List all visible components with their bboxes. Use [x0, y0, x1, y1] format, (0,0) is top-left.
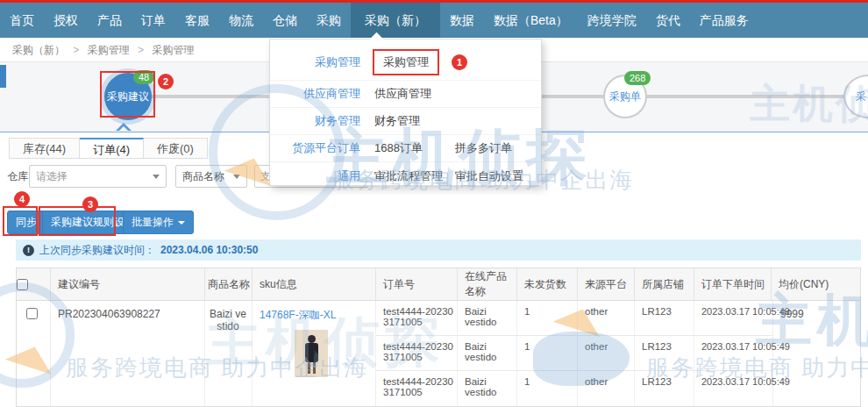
- annotation-2: 2: [158, 74, 174, 89]
- header-platform: 来源平台: [578, 268, 635, 300]
- nav-item-warehouse[interactable]: 仓储: [263, 3, 307, 38]
- menu-row-general: 通用 审批流程管理 审批自动设置: [270, 162, 541, 189]
- cell-order-no: test4444-202303171005: [376, 336, 458, 370]
- sync-button[interactable]: 同步: [7, 211, 46, 234]
- tab-stock[interactable]: 库存(44): [9, 138, 80, 159]
- sub-order-row: test4444-202303171005 Baizi vestido 1 ot…: [376, 336, 772, 371]
- menu-item-1688-orders[interactable]: 1688订单: [374, 140, 423, 156]
- menu-row-finance: 财务管理 财务管理: [270, 108, 541, 135]
- breadcrumb-separator: >: [73, 44, 79, 56]
- nav-item-freight[interactable]: 货代: [646, 3, 690, 38]
- cell-online-product: Baizi vestido: [458, 336, 517, 370]
- active-step-caret-inner: [118, 126, 129, 132]
- cell-online-product: Baizi vestido: [458, 301, 517, 335]
- header-online-product: 在线产品名称: [458, 268, 517, 300]
- nav-item-auth[interactable]: 授权: [44, 3, 88, 38]
- cell-sku-info: 14768F-深咖-XL: [253, 301, 376, 406]
- sub-order-rows: test4444-202303171005 Baizi vestido 1 ot…: [376, 301, 773, 406]
- suggestions-table: 建议编号 商品名称 sku信息 订单号 在线产品名称 未发货数 来源平台 所属店…: [16, 268, 861, 407]
- menu-category-purchase: 采购管理: [270, 54, 360, 70]
- header-avg-price: 均价(CNY): [772, 268, 860, 300]
- select-all-checkbox[interactable]: [17, 279, 28, 290]
- cell-order-no: test4444-202303171005: [376, 371, 458, 406]
- breadcrumb-purchase-mgmt[interactable]: 采购管理: [88, 44, 130, 56]
- main-nav: 首页 授权 产品 订单 客服 物流 仓储 采购 采购（新） 数据 数据（Beta…: [0, 3, 868, 38]
- list-tabs: 库存(44) 订单(4) 作废(0): [9, 138, 208, 159]
- cell-avg-price: 9999: [773, 301, 862, 406]
- header-suggest-no: 建议编号: [51, 268, 205, 300]
- cell-shop: LR123: [635, 371, 694, 406]
- nav-item-data-beta[interactable]: 数据（Beta）: [484, 3, 578, 38]
- row-checkbox[interactable]: [26, 308, 38, 319]
- nav-item-logistics[interactable]: 物流: [219, 3, 263, 38]
- cell-platform: other: [578, 336, 635, 370]
- menu-row-supplier: 供应商管理 供应商管理: [270, 81, 541, 108]
- menu-item-finance-mgmt[interactable]: 财务管理: [374, 113, 420, 129]
- cell-platform: other: [578, 301, 635, 335]
- header-product-name: 商品名称: [205, 268, 253, 300]
- last-sync-label: 上次同步采购建议时间：: [39, 243, 155, 258]
- breadcrumb-separator: >: [138, 44, 144, 56]
- nav-item-procurement-new[interactable]: 采购（新）: [351, 3, 440, 38]
- menu-category-finance: 财务管理: [270, 113, 360, 129]
- breadcrumb-current-page: 采购管理: [152, 44, 194, 56]
- header-unshipped: 未发货数: [517, 268, 578, 300]
- header-order-time: 订单下单时间: [694, 268, 772, 300]
- breadcrumb-procurement-new[interactable]: 采购（新）: [12, 44, 65, 56]
- batch-actions-label: 批量操作: [132, 215, 174, 230]
- left-edge-tab[interactable]: [0, 65, 6, 88]
- purchase-order-count-badge: 268: [624, 71, 651, 85]
- suggestion-count-badge: 48: [133, 70, 154, 84]
- header-shop: 所属店铺: [635, 268, 694, 300]
- table-row: PR202304063908227 Baizi vestido 14768F-深…: [17, 301, 860, 406]
- menu-item-approval-auto[interactable]: 审批自动设置: [455, 168, 523, 184]
- cell-suggest-no: PR202304063908227: [51, 301, 205, 406]
- menu-item-purchase-mgmt[interactable]: 采购管理: [373, 49, 439, 75]
- nav-item-product-services[interactable]: 产品服务: [690, 3, 758, 38]
- nav-item-data[interactable]: 数据: [440, 3, 484, 38]
- last-sync-infobar: ! 上次同步采购建议时间： 2023.04.06 10:30:50: [16, 239, 861, 261]
- chevron-down-icon: [178, 221, 185, 225]
- cell-unshipped: 1: [517, 336, 578, 370]
- cell-order-time: 2023.03.17 10:05:49: [694, 371, 772, 406]
- menu-row-purchase: 采购管理 采购管理 1: [270, 45, 541, 81]
- cell-unshipped: 1: [517, 301, 578, 335]
- nav-item-home[interactable]: 首页: [0, 3, 44, 38]
- nav-item-procurement[interactable]: 采购: [307, 3, 351, 38]
- warehouse-label: 仓库: [7, 169, 28, 184]
- last-sync-time: 2023.04.06 10:30:50: [160, 244, 258, 256]
- cell-order-time: 2023.03.17 10:05:49: [694, 301, 772, 335]
- warehouse-select-value: 请选择: [36, 169, 68, 184]
- annotation-1: 1: [452, 54, 467, 70]
- tab-voided[interactable]: 作废(0): [144, 138, 208, 159]
- nav-item-orders[interactable]: 订单: [132, 3, 175, 38]
- product-field-select[interactable]: 商品名称: [175, 165, 247, 188]
- cell-order-time: 2023.03.17 10:05:49: [694, 336, 772, 370]
- nav-item-customer-service[interactable]: 客服: [175, 3, 219, 38]
- menu-row-source-platform: 货源平台订单 1688订单 拼多多订单: [270, 135, 541, 162]
- nav-item-products[interactable]: 产品: [88, 3, 132, 38]
- cell-unshipped: 1: [517, 371, 578, 406]
- annotation-3: 3: [82, 196, 98, 212]
- cell-online-product: Baizi vestido: [458, 371, 517, 406]
- cell-order-no: test4444-202303171005: [376, 301, 458, 335]
- sku-link[interactable]: 14768F-深咖-XL: [260, 309, 336, 321]
- procurement-dropdown-menu: 采购管理 采购管理 1 供应商管理 供应商管理 财务管理 财务管理 货源平台订单…: [269, 39, 542, 186]
- menu-item-pdd-orders[interactable]: 拼多多订单: [455, 140, 512, 156]
- menu-category-source-platform: 货源平台订单: [270, 140, 360, 156]
- tab-orders[interactable]: 订单(4): [80, 138, 144, 159]
- warehouse-select[interactable]: 请选择: [29, 165, 167, 188]
- annotation-4: 4: [14, 191, 30, 207]
- menu-item-supplier-mgmt[interactable]: 供应商管理: [374, 86, 431, 102]
- menu-category-general: 通用: [270, 168, 360, 184]
- chevron-down-icon: [153, 175, 160, 179]
- product-thumbnail[interactable]: [295, 330, 328, 377]
- menu-item-approval-flow[interactable]: 审批流程管理: [374, 168, 443, 184]
- cell-shop: LR123: [635, 301, 694, 335]
- batch-actions-button[interactable]: 批量操作: [123, 211, 194, 234]
- cell-product-name: Baizi vestido: [205, 301, 253, 406]
- info-icon: !: [23, 245, 34, 256]
- app-window: 首页 授权 产品 订单 客服 物流 仓储 采购 采购（新） 数据 数据（Beta…: [0, 0, 868, 407]
- table-header-row: 建议编号 商品名称 sku信息 订单号 在线产品名称 未发货数 来源平台 所属店…: [17, 268, 860, 301]
- nav-item-academy[interactable]: 跨境学院: [578, 3, 646, 38]
